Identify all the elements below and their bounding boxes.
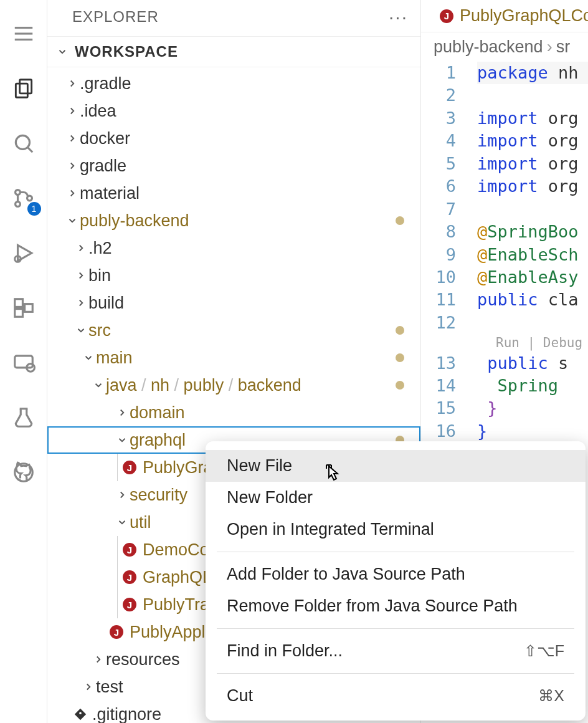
java-file-icon: J <box>123 543 136 557</box>
chevron-down-icon <box>81 352 96 363</box>
more-icon[interactable]: ··· <box>389 6 408 27</box>
tree-item-domain[interactable]: domain <box>47 399 420 426</box>
separator <box>217 552 574 552</box>
tree-item-h2[interactable]: .h2 <box>47 234 420 262</box>
tree-item-docker[interactable]: docker <box>47 125 420 152</box>
ctx-add-java-path[interactable]: Add Folder to Java Source Path <box>206 558 586 590</box>
svg-point-7 <box>15 190 20 195</box>
testing-icon[interactable] <box>9 403 39 433</box>
workspace-section[interactable]: WORKSPACE <box>47 36 420 67</box>
chevron-right-icon <box>74 297 88 309</box>
tree-item-material[interactable]: material <box>47 180 420 207</box>
run-debug-icon[interactable] <box>9 238 39 268</box>
svg-point-5 <box>16 135 29 149</box>
tree-item-idea[interactable]: .idea <box>47 97 420 125</box>
java-file-icon: J <box>123 570 136 584</box>
chevron-right-icon <box>81 681 96 692</box>
tree-item-main[interactable]: main <box>47 344 420 371</box>
remote-icon[interactable] <box>9 348 39 378</box>
java-file-icon: J <box>123 598 136 611</box>
chevron-down-icon <box>74 325 88 336</box>
separator <box>217 628 574 629</box>
chevron-right-icon <box>115 407 130 418</box>
java-file-icon: J <box>440 9 453 23</box>
code-lens[interactable]: Run | Debug <box>477 334 588 352</box>
chevron-down-icon <box>91 380 106 391</box>
github-icon[interactable] <box>9 457 39 487</box>
sidebar-title: EXPLORER <box>72 8 159 26</box>
explorer-icon[interactable] <box>9 74 39 103</box>
section-label: WORKSPACE <box>75 43 178 60</box>
svg-rect-13 <box>14 309 22 317</box>
modified-dot-icon <box>396 381 404 390</box>
chevron-right-icon <box>65 188 80 199</box>
search-icon[interactable] <box>9 128 39 158</box>
chevron-down-icon <box>115 434 130 446</box>
chevron-right-icon <box>115 489 130 500</box>
java-file-icon: J <box>110 625 123 639</box>
ctx-new-folder[interactable]: New Folder <box>206 482 586 514</box>
tree-item-gradle[interactable]: .gradle <box>47 70 420 97</box>
modified-dot-icon <box>396 216 404 225</box>
tree-item-java-path[interactable]: java / nh / publy / backend <box>47 371 420 399</box>
code-area[interactable]: 1package nh 2 3import org 4import org 5i… <box>421 62 588 443</box>
svg-point-9 <box>27 196 32 201</box>
source-control-icon[interactable]: 1 <box>9 183 39 213</box>
chevron-down-icon <box>65 215 80 226</box>
ctx-cut[interactable]: Cut⌘X <box>206 680 586 712</box>
ctx-remove-java-path[interactable]: Remove Folder from Java Source Path <box>206 590 586 622</box>
tree-item-publy-backend[interactable]: publy-backend <box>47 207 420 234</box>
chevron-right-icon <box>74 242 88 254</box>
tree-item-gradlefolder[interactable]: gradle <box>47 152 420 180</box>
chevron-right-icon <box>65 78 80 89</box>
chevron-down-icon <box>55 46 70 57</box>
git-file-icon <box>74 707 87 721</box>
chevron-right-icon <box>91 654 106 665</box>
ctx-new-file[interactable]: New File <box>206 450 586 482</box>
tree-item-build[interactable]: build <box>47 289 420 317</box>
chevron-right-icon <box>65 160 80 171</box>
modified-dot-icon <box>396 326 404 335</box>
editor-tab[interactable]: J PublyGraphQLCo <box>432 6 588 26</box>
svg-rect-15 <box>14 356 32 368</box>
chevron-right-icon <box>74 270 88 281</box>
extensions-icon[interactable] <box>9 293 39 323</box>
ctx-open-terminal[interactable]: Open in Integrated Terminal <box>206 514 586 545</box>
tab-label: PublyGraphQLCo <box>460 6 588 26</box>
svg-line-6 <box>27 147 32 152</box>
breadcrumb[interactable]: publy-backend›sr <box>421 32 588 62</box>
separator <box>217 673 574 674</box>
tree-item-bin[interactable]: bin <box>47 262 420 289</box>
chevron-down-icon <box>115 517 130 528</box>
modified-dot-icon <box>396 353 404 362</box>
activity-bar: 1 <box>0 0 47 723</box>
chevron-right-icon <box>65 105 80 117</box>
chevron-right-icon <box>65 133 80 144</box>
svg-point-8 <box>15 202 20 207</box>
menu-icon[interactable] <box>9 19 39 49</box>
svg-rect-4 <box>16 84 27 97</box>
svg-rect-12 <box>14 299 22 307</box>
svg-rect-14 <box>24 304 32 312</box>
context-menu: New File New Folder Open in Integrated T… <box>206 441 586 721</box>
svg-rect-3 <box>19 80 31 93</box>
java-file-icon: J <box>123 461 136 474</box>
tree-item-src[interactable]: src <box>47 317 420 344</box>
scm-badge: 1 <box>27 202 41 216</box>
ctx-find-in-folder[interactable]: Find in Folder...⇧⌥F <box>206 635 586 667</box>
